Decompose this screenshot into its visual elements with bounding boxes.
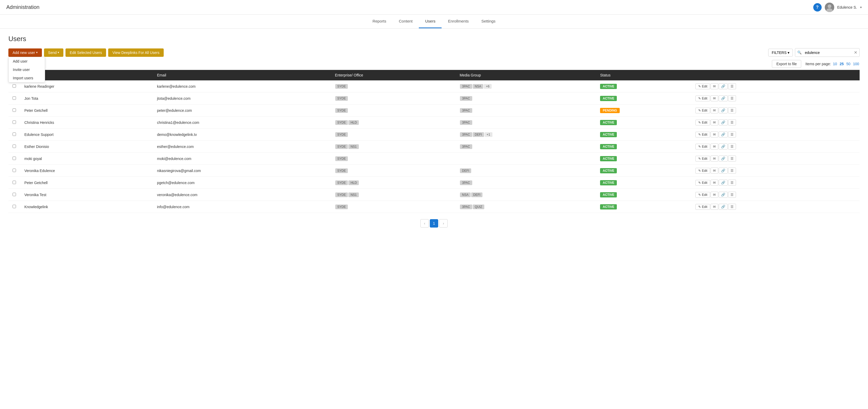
enterprise-tag: SYDE	[335, 180, 348, 185]
media-group-tag: 3PAC	[460, 96, 472, 101]
row-enterprise: SYDENS1	[331, 189, 456, 201]
help-icon[interactable]: ?	[813, 3, 822, 11]
mail-button[interactable]: ✉	[711, 144, 718, 150]
page-1-button[interactable]: 1	[430, 219, 438, 227]
link-button[interactable]: 🔗	[719, 156, 727, 162]
link-button[interactable]: 🔗	[719, 180, 727, 186]
link-button[interactable]: 🔗	[719, 204, 727, 210]
search-clear-button[interactable]: ✕	[852, 49, 859, 57]
search-icon-button[interactable]: 🔍	[795, 49, 804, 56]
row-email: karlene@edulence.com	[153, 81, 331, 92]
mail-button[interactable]: ✉	[711, 95, 718, 101]
link-button[interactable]: 🔗	[719, 144, 727, 150]
list-button[interactable]: ☰	[728, 107, 736, 114]
row-checkbox[interactable]	[12, 205, 16, 208]
row-media-group: DEFI	[456, 165, 596, 177]
tab-users[interactable]: Users	[419, 15, 442, 28]
view-deeplinks-button[interactable]: View Deeplinks For All Users	[108, 49, 163, 57]
edit-button[interactable]: ✎ Edit	[695, 168, 710, 174]
link-button[interactable]: 🔗	[719, 107, 727, 114]
mail-button[interactable]: ✉	[711, 192, 718, 198]
filters-button[interactable]: FILTERS ▾	[768, 49, 793, 57]
tab-content[interactable]: Content	[393, 15, 419, 28]
enterprise-tag: HLD	[348, 120, 359, 125]
link-button[interactable]: 🔗	[719, 192, 727, 198]
row-checkbox[interactable]	[12, 96, 16, 100]
row-enterprise: SYDE	[331, 165, 456, 177]
row-checkbox[interactable]	[12, 145, 16, 148]
row-checkbox[interactable]	[12, 132, 16, 136]
row-checkbox[interactable]	[12, 181, 16, 184]
add-user-dropdown-menu: Add user Invite user Import users	[8, 57, 45, 83]
dropdown-import-users[interactable]: Import users	[9, 74, 45, 82]
mail-button[interactable]: ✉	[711, 204, 718, 210]
page-size-25[interactable]: 25	[840, 62, 844, 66]
next-page-button[interactable]: ›	[439, 219, 447, 227]
row-checkbox[interactable]	[12, 108, 16, 112]
tab-enrollments[interactable]: Enrollments	[442, 15, 475, 28]
page-size-10[interactable]: 10	[833, 62, 837, 66]
list-button[interactable]: ☰	[728, 192, 736, 198]
link-button[interactable]: 🔗	[719, 83, 727, 89]
media-group-tag: 3PAC	[460, 84, 472, 89]
mail-button[interactable]: ✉	[711, 156, 718, 162]
edit-button[interactable]: ✎ Edit	[695, 156, 710, 162]
mail-button[interactable]: ✉	[711, 180, 718, 186]
list-button[interactable]: ☰	[728, 167, 736, 174]
send-button[interactable]: Send ▾	[44, 49, 64, 57]
row-checkbox[interactable]	[12, 157, 16, 160]
link-button[interactable]: 🔗	[719, 167, 727, 174]
list-button[interactable]: ☰	[728, 119, 736, 125]
col-enterprise: Enterprise/ Office	[331, 70, 456, 81]
tab-settings[interactable]: Settings	[475, 15, 502, 28]
page-size-100[interactable]: 100	[853, 62, 859, 66]
mail-button[interactable]: ✉	[711, 83, 718, 89]
prev-page-button[interactable]: ‹	[421, 219, 429, 227]
list-button[interactable]: ☰	[728, 131, 736, 137]
link-button[interactable]: 🔗	[719, 131, 727, 137]
row-email: moki@edulence.com	[153, 153, 331, 165]
user-name[interactable]: Edulence S.	[837, 5, 857, 9]
edit-button[interactable]: ✎ Edit	[695, 84, 710, 89]
list-button[interactable]: ☰	[728, 204, 736, 210]
row-actions: ✎ Edit✉🔗☰	[691, 140, 860, 153]
enterprise-tag: SYDE	[335, 108, 348, 113]
edit-button[interactable]: ✎ Edit	[695, 132, 710, 137]
mail-button[interactable]: ✉	[711, 119, 718, 125]
edit-button[interactable]: ✎ Edit	[695, 120, 710, 125]
link-button[interactable]: 🔗	[719, 119, 727, 125]
edit-button[interactable]: ✎ Edit	[695, 192, 710, 198]
search-input[interactable]	[804, 49, 852, 56]
add-new-user-button[interactable]: Add new user ▾	[8, 49, 42, 57]
row-checkbox[interactable]	[12, 84, 16, 88]
link-button[interactable]: 🔗	[719, 95, 727, 101]
mail-button[interactable]: ✉	[711, 107, 718, 114]
list-button[interactable]: ☰	[728, 95, 736, 101]
list-button[interactable]: ☰	[728, 156, 736, 162]
row-checkbox[interactable]	[12, 169, 16, 172]
row-checkbox-cell	[8, 92, 20, 104]
mail-button[interactable]: ✉	[711, 131, 718, 137]
dropdown-add-user[interactable]: Add user	[9, 57, 45, 65]
export-to-file-button[interactable]: Export to file	[772, 60, 801, 68]
mail-button[interactable]: ✉	[711, 167, 718, 174]
dropdown-invite-user[interactable]: Invite user	[9, 65, 45, 74]
tab-reports[interactable]: Reports	[366, 15, 393, 28]
list-button[interactable]: ☰	[728, 83, 736, 89]
edit-button[interactable]: ✎ Edit	[695, 204, 710, 210]
enterprise-tag: SYDE	[335, 132, 348, 137]
row-media-group: 3PACQUIZ	[456, 201, 596, 213]
edit-button[interactable]: ✎ Edit	[695, 180, 710, 186]
page-size-50[interactable]: 50	[846, 62, 850, 66]
avatar[interactable]	[825, 3, 834, 12]
edit-selected-users-button[interactable]: Edit Selected Users	[65, 49, 106, 57]
row-checkbox[interactable]	[12, 121, 16, 124]
edit-button[interactable]: ✎ Edit	[695, 144, 710, 150]
edit-button[interactable]: ✎ Edit	[695, 107, 710, 114]
user-dropdown-arrow[interactable]: ▾	[860, 5, 862, 9]
table-row: Peter Getchellpgetch@edulence.comSYDEHLD…	[8, 177, 860, 189]
edit-button[interactable]: ✎ Edit	[695, 96, 710, 101]
list-button[interactable]: ☰	[728, 180, 736, 186]
row-checkbox[interactable]	[12, 193, 16, 196]
list-button[interactable]: ☰	[728, 144, 736, 150]
